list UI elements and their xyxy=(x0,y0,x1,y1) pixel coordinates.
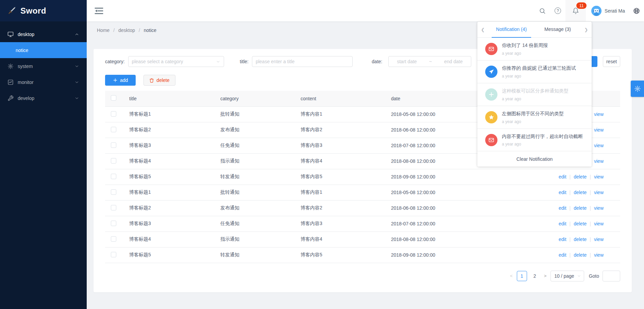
breadcrumb-desktop[interactable]: desktop xyxy=(118,28,135,33)
sidebar-item-desktop[interactable]: desktop xyxy=(0,26,87,42)
row-checkbox[interactable] xyxy=(111,189,116,195)
delete-button[interactable]: delete xyxy=(143,75,175,86)
tab-notification[interactable]: Notification (4) xyxy=(488,22,535,38)
date-range-input[interactable]: start date ~ end date xyxy=(388,56,471,67)
cell-date: 2018-09-08 12:00:00 xyxy=(391,247,541,263)
sidebar-item-monitor[interactable]: monitor xyxy=(0,74,87,90)
clear-notification-button[interactable]: Clear Notification xyxy=(477,151,592,167)
notification-item-time: a year ago xyxy=(502,51,548,56)
mail-icon xyxy=(485,134,497,146)
edit-link[interactable]: edit xyxy=(559,237,566,242)
reset-button[interactable]: reset xyxy=(603,56,620,67)
tab-message[interactable]: Message (3) xyxy=(535,22,581,38)
row-checkbox[interactable] xyxy=(111,205,116,210)
title-input[interactable] xyxy=(252,56,353,67)
chevron-down-icon xyxy=(74,64,79,69)
theme-settings-button[interactable] xyxy=(631,81,644,97)
notification-item-body: 内容不要超过两行字，超出时自动截断a year ago xyxy=(502,133,583,147)
cell-category: 转发通知 xyxy=(220,247,301,263)
globe-icon[interactable] xyxy=(630,7,644,14)
notification-item-time: a year ago xyxy=(502,119,564,124)
delete-link[interactable]: delete xyxy=(574,190,587,195)
tabs-prev-arrow[interactable]: ❮︎ xyxy=(477,27,488,32)
row-checkbox[interactable] xyxy=(111,127,116,132)
notification-item[interactable]: 左侧图标用于区分不同的类型a year ago xyxy=(477,106,592,129)
notification-item[interactable]: 内容不要超过两行字，超出时自动截断a year ago xyxy=(477,129,592,152)
monitor-icon xyxy=(7,31,14,37)
page-prev-button[interactable]: < xyxy=(509,273,514,278)
cell-category: 任免通知 xyxy=(220,216,301,231)
notification-bell-button[interactable]: 11 xyxy=(565,0,586,21)
delete-link[interactable]: delete xyxy=(574,205,587,211)
avatar[interactable] xyxy=(591,6,601,16)
row-checkbox[interactable] xyxy=(111,158,116,164)
edit-link[interactable]: edit xyxy=(559,174,566,179)
page-size-select[interactable]: 10 / page xyxy=(550,271,584,281)
goto-label: Goto xyxy=(589,273,599,279)
cell-title: 博客标题5 xyxy=(129,169,220,185)
view-link[interactable]: view xyxy=(594,237,604,242)
view-link[interactable]: view xyxy=(594,205,604,211)
edit-link[interactable]: edit xyxy=(559,252,566,258)
page-number-2[interactable]: 2 xyxy=(530,271,540,281)
cell-title: 博客标题1 xyxy=(129,185,220,200)
edit-link[interactable]: edit xyxy=(559,205,566,211)
title-label: title: xyxy=(240,59,249,64)
column-header-category: category xyxy=(220,91,301,106)
help-icon[interactable]: ? xyxy=(550,0,565,21)
view-link[interactable]: view xyxy=(594,190,604,195)
notification-item[interactable]: 这种模板可以区分多种通知类型a year ago xyxy=(477,83,592,106)
page-next-button[interactable]: > xyxy=(543,273,548,278)
row-actions: edit|delete|view xyxy=(541,216,620,231)
view-link[interactable]: view xyxy=(594,111,604,117)
chevron-down-icon xyxy=(74,96,79,101)
search-icon[interactable] xyxy=(535,0,550,21)
breadcrumb-home[interactable]: Home xyxy=(97,28,109,33)
notification-badge: 11 xyxy=(576,2,587,9)
sidebar-collapse-button[interactable] xyxy=(95,7,103,15)
view-link[interactable]: view xyxy=(594,174,604,179)
row-actions: edit|delete|view xyxy=(541,200,620,216)
delete-link[interactable]: delete xyxy=(574,221,587,226)
edit-link[interactable]: edit xyxy=(559,190,566,195)
send-icon xyxy=(485,66,497,78)
page-number-1[interactable]: 1 xyxy=(517,271,527,281)
row-checkbox[interactable] xyxy=(111,221,116,226)
add-button[interactable]: add xyxy=(105,75,136,86)
cell-title: 博客标题3 xyxy=(129,138,220,153)
category-select[interactable]: please select a category xyxy=(128,56,224,67)
delete-link[interactable]: delete xyxy=(574,174,587,179)
notification-item-title: 你收到了 14 份新周报 xyxy=(502,42,548,49)
goto-page-input[interactable] xyxy=(603,271,620,281)
view-link[interactable]: view xyxy=(594,127,604,133)
row-checkbox[interactable] xyxy=(111,111,116,117)
sidebar-item-notice[interactable]: notice xyxy=(0,42,87,58)
sidebar-item-develop[interactable]: develop xyxy=(0,90,87,106)
wrench-icon xyxy=(7,95,14,101)
notification-item[interactable]: 你收到了 14 份新周报a year ago xyxy=(477,38,592,61)
cell-content: 博客内容2 xyxy=(301,200,391,216)
row-checkbox[interactable] xyxy=(111,252,116,257)
tabs-next-arrow[interactable]: ❯︎ xyxy=(581,27,592,32)
row-checkbox[interactable] xyxy=(111,236,116,242)
table-row: 博客标题5转发通知博客内容52018-09-08 12:00:00edit|de… xyxy=(105,247,620,263)
view-link[interactable]: view xyxy=(594,221,604,226)
cell-content: 博客内容4 xyxy=(301,153,391,169)
edit-link[interactable]: edit xyxy=(559,221,566,226)
view-link[interactable]: view xyxy=(594,158,604,164)
delete-link[interactable]: delete xyxy=(574,252,587,258)
row-checkbox[interactable] xyxy=(111,142,116,148)
row-checkbox[interactable] xyxy=(111,174,116,179)
sidebar-item-system[interactable]: system xyxy=(0,58,87,74)
delete-link[interactable]: delete xyxy=(574,237,587,242)
cell-content: 博客内容3 xyxy=(301,138,391,153)
select-all-checkbox[interactable] xyxy=(111,95,116,101)
view-link[interactable]: view xyxy=(594,252,604,258)
topbar: ? 11 Serati Ma xyxy=(87,0,644,21)
cell-category: 批转通知 xyxy=(220,106,301,122)
sidebar-item-label: desktop xyxy=(18,32,34,37)
username[interactable]: Serati Ma xyxy=(605,8,625,14)
cell-category: 转发通知 xyxy=(220,169,301,185)
view-link[interactable]: view xyxy=(594,143,604,148)
notification-item[interactable]: 你推荐的 曲妮妮 已通过第三轮面试a year ago xyxy=(477,61,592,83)
